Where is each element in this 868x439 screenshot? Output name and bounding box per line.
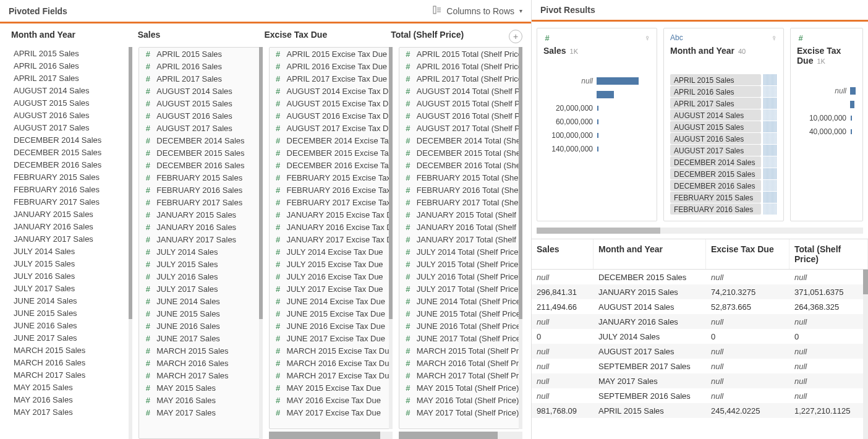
table-row[interactable]: nullMAY 2017 Salesnullnull [532, 373, 868, 388]
list-item[interactable]: #DECEMBER 2016 Total (Shelf Price) [399, 159, 522, 171]
add-column-button[interactable]: + [509, 30, 522, 43]
list-item[interactable]: #MARCH 2015 Total (Shelf Price) [399, 344, 522, 357]
list-item[interactable]: #JUNE 2015 Excise Tax Due [270, 307, 392, 320]
list-item[interactable]: JANUARY 2017 Sales [9, 232, 132, 245]
list-item[interactable]: #AUGUST 2017 Total (Shelf Price) [399, 122, 522, 134]
list-item[interactable]: DECEMBER 2016 Sales [9, 158, 132, 171]
list-item[interactable]: #MARCH 2015 Excise Tax Due [270, 344, 392, 357]
list-item[interactable]: #JUNE 2015 Total (Shelf Price) [399, 307, 522, 320]
columns-to-rows-dropdown[interactable]: Columns to Rows ▾ [433, 5, 522, 17]
list-item[interactable]: #MAY 2015 Total (Shelf Price) [399, 381, 522, 394]
list-item[interactable]: #JUNE 2016 Sales [139, 320, 262, 332]
table-row[interactable]: nullDECEMBER 2015 Salesnullnull [532, 270, 868, 284]
list-item[interactable]: #APRIL 2015 Total (Shelf Price) [399, 48, 522, 60]
list-item[interactable]: #DECEMBER 2015 Sales [139, 147, 262, 159]
value-tag[interactable]: AUGUST 2015 Sales [670, 121, 761, 132]
list-item[interactable]: #JUNE 2015 Sales [139, 307, 262, 320]
list-item[interactable]: #FEBRUARY 2015 Sales [139, 171, 262, 184]
table-row[interactable]: nullJANUARY 2016 Salesnullnull [532, 314, 868, 329]
th-excise[interactable]: Excise Tax Due [706, 239, 789, 269]
list-item[interactable]: #JULY 2017 Sales [139, 283, 262, 295]
list-item[interactable]: MAY 2017 Sales [9, 406, 132, 418]
list-item[interactable]: APRIL 2015 Sales [9, 47, 132, 59]
list-item[interactable]: #JANUARY 2015 Sales [139, 208, 262, 221]
value-tag[interactable]: APRIL 2016 Sales [670, 86, 761, 97]
list-item[interactable]: #JANUARY 2016 Sales [139, 221, 262, 233]
list-item[interactable]: DECEMBER 2015 Sales [9, 146, 132, 158]
list-item[interactable]: #MAY 2015 Sales [139, 381, 262, 394]
list-item[interactable]: #MARCH 2017 Excise Tax Due [270, 369, 392, 381]
scrollbar[interactable] [519, 47, 522, 429]
list-item[interactable]: MARCH 2016 Sales [9, 356, 132, 369]
table-vscrollbar[interactable] [863, 270, 868, 439]
list-item[interactable]: #APRIL 2016 Excise Tax Due [270, 60, 392, 72]
value-tag[interactable]: FEBRUARY 2015 Sales [670, 192, 761, 203]
list-item[interactable]: #MARCH 2017 Sales [139, 369, 262, 381]
table-row[interactable]: 211,494.66AUGUST 2014 Sales52,873.665264… [532, 299, 868, 314]
list-item[interactable]: #MAY 2017 Excise Tax Due [270, 406, 392, 419]
list-item[interactable]: #DECEMBER 2015 Total (Shelf Price) [399, 147, 522, 159]
list-item[interactable]: #JULY 2017 Total (Shelf Price) [399, 283, 522, 295]
list-item[interactable]: #FEBRUARY 2017 Excise Tax Due [270, 196, 392, 208]
list-item[interactable]: #DECEMBER 2014 Total (Shelf Price) [399, 134, 522, 147]
list-item[interactable]: #FEBRUARY 2016 Total (Shelf Price) [399, 184, 522, 196]
list-item[interactable]: #FEBRUARY 2017 Total (Shelf Price) [399, 196, 522, 208]
list-item[interactable]: #AUGUST 2015 Total (Shelf Price) [399, 97, 522, 109]
list-item[interactable]: #MAY 2016 Total (Shelf Price) [399, 394, 522, 406]
list-item[interactable]: AUGUST 2014 Sales [9, 84, 132, 96]
list-item[interactable]: #JANUARY 2016 Total (Shelf Price) [399, 221, 522, 233]
list-item[interactable]: #JUNE 2014 Sales [139, 295, 262, 307]
list-item[interactable]: #APRIL 2016 Total (Shelf Price) [399, 60, 522, 72]
value-tag[interactable]: FEBRUARY 2016 Sales [670, 203, 761, 215]
list-item[interactable]: #APRIL 2017 Excise Tax Due [270, 72, 392, 85]
list-item[interactable]: JANUARY 2016 Sales [9, 220, 132, 232]
value-tag[interactable]: APRIL 2015 Sales [670, 74, 761, 85]
list-item[interactable]: #AUGUST 2017 Sales [139, 122, 262, 134]
col-header-sales[interactable]: Sales [135, 30, 256, 43]
list-item[interactable]: #JULY 2015 Total (Shelf Price) [399, 258, 522, 270]
th-total[interactable]: Total (Shelf Price) [789, 239, 868, 269]
table-row[interactable]: 296,841.31JANUARY 2015 Sales74,210.32753… [532, 284, 868, 299]
list-item[interactable]: #MAY 2016 Sales [139, 394, 262, 406]
list-item[interactable]: #JUNE 2016 Total (Shelf Price) [399, 320, 522, 332]
th-month-year[interactable]: Month and Year [594, 239, 706, 269]
scrollbar[interactable] [259, 47, 263, 439]
list-item[interactable]: JULY 2017 Sales [9, 282, 132, 294]
list-item[interactable]: #JULY 2014 Excise Tax Due [270, 245, 392, 258]
list-item[interactable]: MARCH 2015 Sales [9, 344, 132, 356]
list-item[interactable]: DECEMBER 2014 Sales [9, 134, 132, 146]
table-row[interactable]: 981,768.09APRIL 2015 Sales245,442.02251,… [532, 403, 868, 418]
list-item[interactable]: #DECEMBER 2016 Excise Tax Due [270, 159, 392, 171]
list-item[interactable]: #JUNE 2014 Total (Shelf Price) [399, 295, 522, 307]
list-item[interactable]: #MAY 2015 Excise Tax Due [270, 381, 392, 394]
list-item[interactable]: FEBRUARY 2016 Sales [9, 183, 132, 195]
hscrollbar[interactable] [399, 432, 522, 439]
value-tag[interactable]: DECEMBER 2014 Sales [670, 156, 761, 168]
list-item[interactable]: #DECEMBER 2014 Sales [139, 134, 262, 147]
list-item[interactable]: #APRIL 2016 Sales [139, 60, 262, 72]
col-header-excise[interactable]: Excise Tax Due [262, 30, 383, 43]
list-item[interactable]: #JANUARY 2016 Excise Tax Due [270, 221, 392, 233]
list-item[interactable]: FEBRUARY 2015 Sales [9, 171, 132, 183]
field-card-month-year[interactable]: Abc ♀ Month and Year40 APRIL 2015 SalesA… [663, 28, 784, 221]
list-item[interactable]: #JUNE 2014 Excise Tax Due [270, 295, 392, 307]
list-item[interactable]: #MARCH 2016 Total (Shelf Price) [399, 357, 522, 369]
col-header-month-year[interactable]: Month and Year [9, 30, 129, 43]
cards-hscrollbar[interactable] [537, 228, 863, 234]
list-item[interactable]: #JULY 2016 Total (Shelf Price) [399, 270, 522, 283]
col-header-total[interactable]: Total (Shelf Price) [388, 30, 509, 43]
list-item[interactable]: JANUARY 2015 Sales [9, 208, 132, 220]
list-item[interactable]: #APRIL 2017 Total (Shelf Price) [399, 72, 522, 85]
list-item[interactable]: #AUGUST 2014 Excise Tax Due [270, 85, 392, 97]
scrollbar[interactable] [389, 47, 393, 429]
list-item[interactable]: #AUGUST 2014 Total (Shelf Price) [399, 85, 522, 97]
list-item[interactable]: JUNE 2016 Sales [9, 319, 132, 331]
value-tag[interactable]: AUGUST 2014 Sales [670, 109, 761, 121]
list-item[interactable]: #APRIL 2017 Sales [139, 72, 262, 85]
list-item[interactable]: #APRIL 2015 Sales [139, 48, 262, 60]
table-row[interactable]: nullSEPTEMBER 2016 Salesnullnull [532, 388, 868, 403]
list-item[interactable]: #JUNE 2017 Excise Tax Due [270, 332, 392, 344]
list-item[interactable]: JUNE 2014 Sales [9, 294, 132, 307]
list-item[interactable]: #JULY 2015 Sales [139, 258, 262, 270]
list-item[interactable]: MAY 2016 Sales [9, 393, 132, 406]
